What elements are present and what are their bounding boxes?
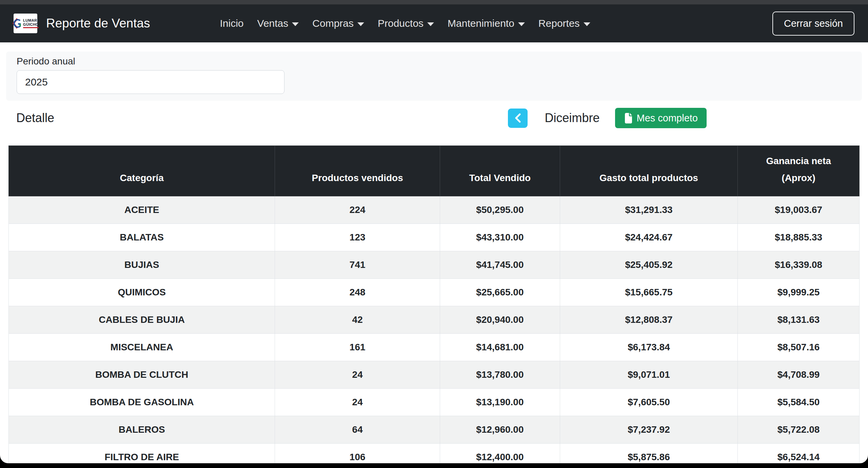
table-cell: $19,003.67 [738,196,860,223]
table-cell: BOMBA DE CLUTCH [9,361,275,388]
month-navigation: Diceimbre Mes completo [508,108,707,128]
table-cell: $25,405.92 [560,251,737,278]
table-row: BALEROS64$12,960.00$7,237.92$5,722.08 [9,416,860,443]
table-cell: QUIMICOS [9,278,275,306]
table-cell: BALATAS [9,223,275,251]
table-cell: 248 [275,278,440,306]
table-cell: 24 [275,388,440,416]
table-cell: 64 [275,416,440,443]
table-row: MISCELANEA161$14,681.00$6,173.84$8,507.1… [9,333,860,361]
table-cell: $50,295.00 [440,196,560,223]
full-month-button[interactable]: Mes completo [615,108,707,128]
detail-bar: Detalle Diceimbre Mes completo [0,108,868,128]
logout-button[interactable]: Cerrar sesión [772,12,854,36]
table-cell: $8,131.63 [738,306,860,333]
chevron-down-icon [518,22,525,26]
logo-mark-icon [12,17,22,30]
table-cell: $12,808.37 [560,306,737,333]
table-row: QUIMICOS248$25,665.00$15,665.75$9,999.25 [9,278,860,306]
table-cell: $16,339.08 [738,251,860,278]
logo-text: LUMAR GÜICHO [23,19,39,28]
file-icon [624,113,632,123]
logo-line1: LUMAR [23,19,39,23]
chevron-down-icon [584,22,590,26]
table-cell: $7,237.92 [560,416,737,443]
column-header: Gasto total productos [560,146,737,196]
nav-item-label: Inicio [220,18,244,29]
table-cell: $18,885.33 [738,223,860,251]
table-row: BOMBA DE CLUTCH24$13,780.00$9,071.01$4,7… [9,361,860,388]
table-cell: $6,524.14 [738,443,860,463]
period-input[interactable] [17,70,284,94]
nav-item-ventas[interactable]: Ventas [257,18,299,29]
period-filter-card: Periodo anual [6,52,862,101]
table-cell: $41,745.00 [440,251,560,278]
table-cell: 42 [275,306,440,333]
table-cell: BOMBA DE GASOLINA [9,388,275,416]
table-cell: CABLES DE BUJIA [9,306,275,333]
nav-item-compras[interactable]: Compras [312,18,364,29]
nav-item-reportes[interactable]: Reportes [538,18,590,29]
nav-item-mantenimiento[interactable]: Mantenimiento [448,18,525,29]
table-cell: 224 [275,196,440,223]
table-cell: 123 [275,223,440,251]
logo-red-bar [23,27,39,28]
app-title: Reporte de Ventas [46,16,150,31]
table-cell: $13,190.00 [440,388,560,416]
table-cell: $12,960.00 [440,416,560,443]
current-month-label: Diceimbre [545,111,599,125]
nav-item-label: Productos [378,18,423,29]
table-row: BUJIAS741$41,745.00$25,405.92$16,339.08 [9,251,860,278]
column-header: Productos vendidos [275,146,440,196]
table-row: CABLES DE BUJIA42$20,940.00$12,808.37$8,… [9,306,860,333]
column-header: Ganancia neta (Aprox) [738,146,860,196]
table-row: FILTRO DE AIRE106$12,400.00$5,875.86$6,5… [9,443,860,463]
table-cell: $5,875.86 [560,443,737,463]
table-cell: $15,665.75 [560,278,737,306]
company-logo: LUMAR GÜICHO [14,14,37,33]
table-cell: $4,708.99 [738,361,860,388]
chevron-down-icon [427,22,434,26]
navbar: LUMAR GÜICHO Reporte de Ventas InicioVen… [0,4,868,42]
table-cell: $12,400.00 [440,443,560,463]
table-cell: $9,071.01 [560,361,737,388]
chevron-left-icon [514,113,521,123]
table-cell: $43,310.00 [440,223,560,251]
previous-month-button[interactable] [508,109,528,128]
table-cell: 24 [275,361,440,388]
nav-item-label: Compras [312,18,354,29]
table-cell: $6,173.84 [560,333,737,361]
nav-item-inicio[interactable]: Inicio [220,18,244,29]
table-cell: $14,681.00 [440,333,560,361]
logo-line2: GÜICHO [23,23,39,27]
table-cell: BUJIAS [9,251,275,278]
table-cell: 161 [275,333,440,361]
table-cell: ACEITE [9,196,275,223]
table-cell: BALEROS [9,416,275,443]
table-cell: $7,605.50 [560,388,737,416]
detail-title: Detalle [16,111,54,125]
table-cell: $5,722.08 [738,416,860,443]
nav-item-label: Mantenimiento [448,18,514,29]
chevron-down-icon [357,22,364,26]
table-row: BALATAS123$43,310.00$24,424.67$18,885.33 [9,223,860,251]
nav-item-label: Reportes [538,18,580,29]
column-header: Total Vendido [440,146,560,196]
nav-item-productos[interactable]: Productos [378,18,434,29]
table-cell: 741 [275,251,440,278]
brand[interactable]: LUMAR GÜICHO Reporte de Ventas [14,14,150,33]
table-cell: MISCELANEA [9,333,275,361]
column-header: Categoría [9,146,275,196]
full-month-label: Mes completo [636,113,698,124]
table-cell: $24,424.67 [560,223,737,251]
table-cell: $20,940.00 [440,306,560,333]
table-cell: $13,780.00 [440,361,560,388]
table-cell: $9,999.25 [738,278,860,306]
table-row: BOMBA DE GASOLINA24$13,190.00$7,605.50$5… [9,388,860,416]
window-top-edge [0,0,868,4]
table-header-row: CategoríaProductos vendidosTotal Vendido… [9,146,860,196]
table-cell: 106 [275,443,440,463]
period-label: Periodo anual [17,56,851,66]
chevron-down-icon [292,22,299,26]
table-cell: $31,291.33 [560,196,737,223]
